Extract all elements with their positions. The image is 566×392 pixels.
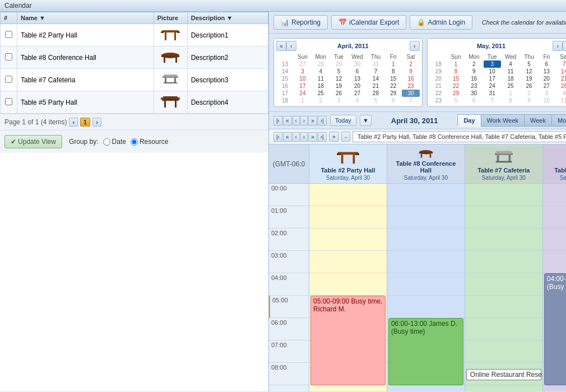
cal-day[interactable]: 25 xyxy=(501,82,521,90)
cal-day[interactable]: 9 xyxy=(520,97,537,104)
update-view-btn[interactable]: ✔ Update View xyxy=(4,135,62,148)
nav-prev-fast-btn[interactable]: « xyxy=(283,116,292,125)
cal-day[interactable]: 29 xyxy=(447,90,465,97)
row-check-3[interactable] xyxy=(1,69,17,91)
cal-day[interactable]: 16 xyxy=(402,75,419,82)
cal-day[interactable]: 3 xyxy=(330,97,347,104)
resource-filter-dropdown[interactable]: Table #2 Party Hall, Table #8 Conference… xyxy=(352,131,566,142)
cal-day[interactable]: 23 xyxy=(465,82,483,90)
cal-day[interactable]: 22 xyxy=(447,82,465,90)
tab-day[interactable]: Day xyxy=(457,114,480,127)
may-next-btn[interactable]: › xyxy=(553,41,563,51)
prev-page-btn[interactable]: ‹ xyxy=(69,118,78,127)
nav-first-btn[interactable]: |‹ xyxy=(273,116,282,125)
filter-prev-btn[interactable]: ‹ xyxy=(293,132,300,142)
row-check-2[interactable] xyxy=(1,46,17,69)
cal-day[interactable]: 22 xyxy=(384,82,402,90)
today-nav-btn[interactable]: Today xyxy=(330,115,356,126)
cal-day[interactable]: 29 xyxy=(384,90,402,97)
cal-day[interactable]: 20 xyxy=(347,82,367,90)
col-header-name[interactable]: Name ▼ xyxy=(17,12,154,24)
cal-day[interactable]: 9 xyxy=(465,68,483,75)
nav-last-btn[interactable]: ›| xyxy=(318,116,327,125)
cal-day[interactable]: 2 xyxy=(402,60,419,68)
cal-day[interactable]: 23 xyxy=(402,82,419,90)
cal-day[interactable]: 25 xyxy=(312,90,330,97)
event-michael[interactable]: 04:00-14:00 Michael S. (Busy time) xyxy=(544,273,566,385)
cal-day[interactable]: 6 xyxy=(347,68,367,75)
cal-day[interactable]: 21 xyxy=(555,75,566,82)
tab-month[interactable]: Month xyxy=(551,114,566,127)
group-by-date-option[interactable]: Date xyxy=(103,138,126,146)
cal-day[interactable]: 14 xyxy=(555,68,566,75)
cal-day[interactable]: 8 xyxy=(501,97,521,104)
cal-day[interactable]: 29 xyxy=(330,60,347,68)
cal-day[interactable]: 10 xyxy=(538,97,555,104)
cal-day[interactable]: 15 xyxy=(447,75,465,82)
cal-day[interactable]: 19 xyxy=(520,75,537,82)
cal-day[interactable]: 17 xyxy=(294,82,311,90)
cal-day[interactable]: 6 xyxy=(384,97,402,104)
cal-day-today[interactable]: 3 xyxy=(484,60,501,68)
may-next2-btn[interactable]: » xyxy=(563,41,566,51)
cal-day[interactable]: 26 xyxy=(520,82,537,90)
cal-day[interactable]: 13 xyxy=(538,68,555,75)
cal-day[interactable]: 27 xyxy=(347,90,367,97)
cal-day[interactable]: 5 xyxy=(447,97,465,104)
filter-add-btn[interactable]: + xyxy=(329,132,339,142)
today-nav-dropdown[interactable]: ▼ xyxy=(360,115,372,126)
cal-day[interactable]: 18 xyxy=(312,82,330,90)
admin-login-btn[interactable]: 🔒 Admin Login xyxy=(410,15,472,30)
cal-day[interactable]: 9 xyxy=(402,68,419,75)
cal-day[interactable]: 11 xyxy=(501,68,521,75)
cal-day[interactable]: 5 xyxy=(330,68,347,75)
filter-last-btn[interactable]: ›| xyxy=(318,132,327,142)
cal-day[interactable]: 2 xyxy=(520,90,537,97)
cal-day[interactable]: 16 xyxy=(465,75,483,82)
cal-day[interactable]: 7 xyxy=(555,60,566,68)
filter-next-fast-btn[interactable]: » xyxy=(308,132,317,142)
cal-day[interactable]: 10 xyxy=(484,68,501,75)
cal-day[interactable]: 30 xyxy=(347,60,367,68)
cal-day[interactable]: 28 xyxy=(312,60,330,68)
group-by-date-radio[interactable] xyxy=(103,138,110,146)
cal-day[interactable]: 11 xyxy=(312,75,330,82)
cal-day[interactable]: 27 xyxy=(538,82,555,90)
cal-day[interactable]: 8 xyxy=(447,68,465,75)
cal-day[interactable]: 7 xyxy=(402,97,419,104)
cal-day[interactable]: 30 xyxy=(465,90,483,97)
event-james[interactable]: 06:00-13:00 James D. (Busy time) xyxy=(388,318,463,385)
cal-day[interactable]: 20 xyxy=(538,75,555,82)
cal-day[interactable]: 11 xyxy=(555,97,566,104)
april-prev2-btn[interactable]: ‹ xyxy=(286,41,296,51)
nav-next-btn[interactable]: › xyxy=(300,116,308,125)
cal-day[interactable]: 3 xyxy=(294,68,311,75)
cal-day[interactable]: 4 xyxy=(501,60,521,68)
cal-day[interactable]: 1 xyxy=(294,97,311,104)
filter-prev-fast-btn[interactable]: « xyxy=(283,132,292,142)
current-page-btn[interactable]: 1 xyxy=(80,118,90,127)
cal-day[interactable]: 13 xyxy=(347,75,367,82)
cal-day[interactable]: 18 xyxy=(501,75,521,82)
cal-day[interactable]: 17 xyxy=(484,75,501,82)
cal-day[interactable]: 7 xyxy=(367,68,384,75)
cal-day[interactable]: 4 xyxy=(312,68,330,75)
cal-day[interactable]: 10 xyxy=(294,75,311,82)
cal-day[interactable]: 12 xyxy=(520,68,537,75)
cal-day[interactable]: 6 xyxy=(538,60,555,68)
row-check-1[interactable] xyxy=(1,24,17,46)
col-header-description[interactable]: Description ▼ xyxy=(187,12,268,24)
filter-next-btn[interactable]: › xyxy=(300,132,308,142)
cal-day-selected[interactable]: 30 xyxy=(402,90,419,97)
cal-day[interactable]: 28 xyxy=(555,82,566,90)
cal-day[interactable]: 7 xyxy=(484,97,501,104)
event-busy-richard[interactable]: 05:00-09:00 Busy time, Richard M. xyxy=(310,296,386,385)
cal-day[interactable]: 26 xyxy=(330,90,347,97)
filter-first-btn[interactable]: |‹ xyxy=(273,132,282,142)
cal-day[interactable]: 1 xyxy=(501,90,521,97)
april-prev-btn[interactable]: « xyxy=(276,41,286,51)
cal-day[interactable]: 14 xyxy=(367,75,384,82)
cal-day[interactable]: 2 xyxy=(465,60,483,68)
tab-work-week[interactable]: Work Week xyxy=(481,114,524,127)
nav-next-fast-btn[interactable]: » xyxy=(308,116,317,125)
